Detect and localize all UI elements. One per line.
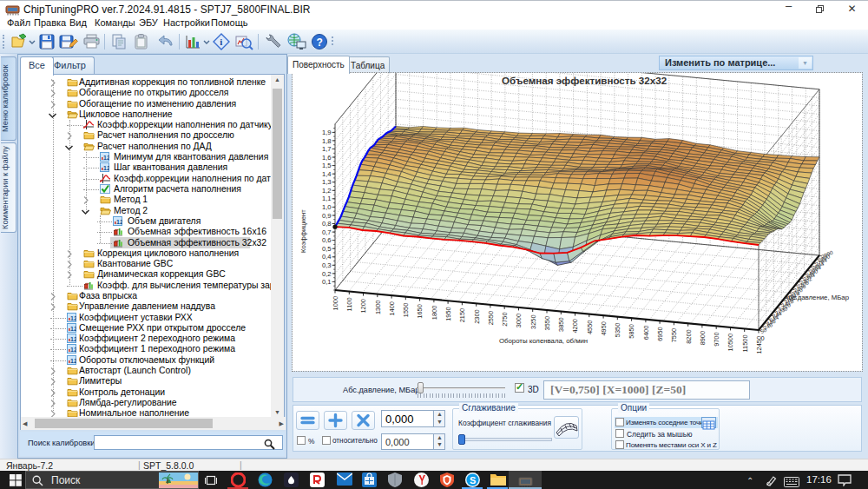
svg-text:12: 12 xyxy=(70,347,76,353)
svg-text:1000: 1000 xyxy=(332,296,339,310)
svg-text:0,3: 0,3 xyxy=(322,261,332,269)
svg-text:1300: 1300 xyxy=(374,301,382,314)
svg-text:5850: 5850 xyxy=(628,324,635,338)
svg-text:1200: 1200 xyxy=(359,299,367,313)
svg-text:6950: 6950 xyxy=(656,327,664,340)
svg-text:0,2: 0,2 xyxy=(322,270,332,278)
svg-text:9700: 9700 xyxy=(713,332,720,346)
svg-text:4200: 4200 xyxy=(571,319,579,333)
svg-text:12: 12 xyxy=(103,165,109,171)
svg-text:Абс.давление, МБар: Абс.давление, МБар xyxy=(784,294,850,301)
svg-text:0,9: 0,9 xyxy=(322,212,332,220)
svg-text:S: S xyxy=(470,475,476,486)
svg-text:10500: 10500 xyxy=(727,334,734,352)
svg-text:0,4: 0,4 xyxy=(322,253,332,261)
svg-text:1,6: 1,6 xyxy=(322,154,332,162)
svg-text:12: 12 xyxy=(116,219,122,225)
svg-text:12: 12 xyxy=(103,155,109,161)
svg-text:4550: 4550 xyxy=(586,320,594,334)
svg-text:3550: 3550 xyxy=(543,316,551,330)
svg-text:1,1: 1,1 xyxy=(322,195,332,202)
svg-text:1,2: 1,2 xyxy=(322,187,332,195)
svg-text:?: ? xyxy=(317,36,323,49)
svg-text:0,5: 0,5 xyxy=(322,245,332,253)
svg-text:1550: 1550 xyxy=(402,303,410,317)
svg-text:1650: 1650 xyxy=(416,304,424,318)
svg-text:11500: 11500 xyxy=(741,335,749,353)
svg-text:6400: 6400 xyxy=(642,326,650,340)
svg-text:0: 0 xyxy=(761,334,765,342)
svg-text:i: i xyxy=(220,36,222,47)
svg-text:5350: 5350 xyxy=(614,323,621,337)
svg-text:1950: 1950 xyxy=(444,307,452,320)
svg-text:Обороты коленвала, об/мин: Обороты коленвала, об/мин xyxy=(499,337,588,345)
svg-text:2150: 2150 xyxy=(458,308,466,322)
svg-text:1,0: 1,0 xyxy=(322,203,332,211)
svg-text:0,7: 0,7 xyxy=(322,228,332,236)
svg-text:3000: 3000 xyxy=(515,314,523,327)
svg-text:1,9: 1,9 xyxy=(322,129,332,136)
svg-text:4950: 4950 xyxy=(600,321,608,335)
svg-text:8900: 8900 xyxy=(699,331,707,345)
svg-text:Объемная эффективность 32x32: Объемная эффективность 32x32 xyxy=(502,75,667,86)
svg-text:1,4: 1,4 xyxy=(322,170,332,178)
svg-text:1,7: 1,7 xyxy=(322,145,332,153)
svg-text:3850: 3850 xyxy=(557,318,565,332)
svg-text:0,8: 0,8 xyxy=(322,220,332,228)
svg-text:1,5: 1,5 xyxy=(322,162,332,169)
svg-text:8200: 8200 xyxy=(685,329,693,343)
svg-text:Коэффициент: Коэффициент xyxy=(299,209,307,253)
svg-text:2550: 2550 xyxy=(487,311,495,325)
svg-text:12: 12 xyxy=(70,358,76,364)
svg-text:1100: 1100 xyxy=(345,298,353,312)
svg-text:2300: 2300 xyxy=(473,309,481,323)
svg-text:3250: 3250 xyxy=(529,315,537,329)
svg-text:1800: 1800 xyxy=(431,306,438,320)
svg-text:2750: 2750 xyxy=(501,312,509,326)
svg-text:1400: 1400 xyxy=(388,301,396,315)
svg-text:1,8: 1,8 xyxy=(322,137,332,145)
svg-text:12: 12 xyxy=(70,336,76,342)
svg-text:0,1: 0,1 xyxy=(322,278,332,286)
svg-text:0,6: 0,6 xyxy=(322,236,332,244)
svg-text:12: 12 xyxy=(70,326,76,332)
svg-text:7550: 7550 xyxy=(670,328,678,342)
svg-text:12: 12 xyxy=(70,315,76,321)
svg-text:1,3: 1,3 xyxy=(322,178,332,186)
